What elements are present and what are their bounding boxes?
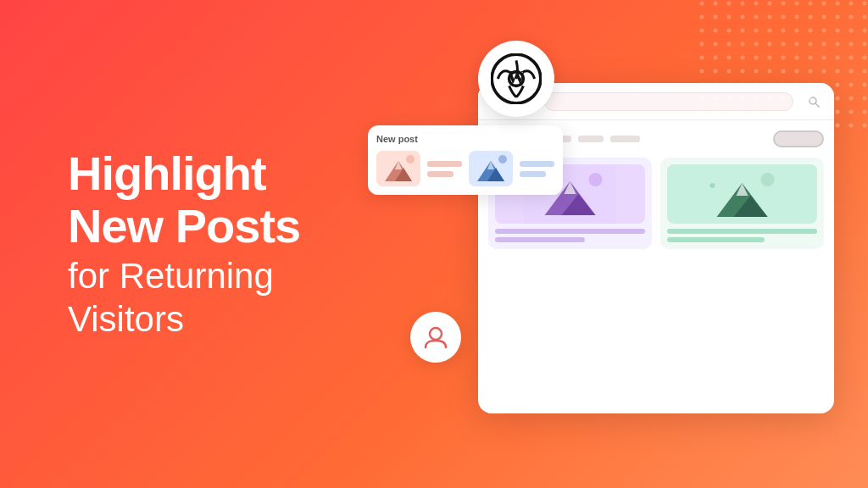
- mountain-illustration-green: [667, 164, 817, 224]
- new-post-item: [376, 151, 554, 186]
- svg-rect-29: [698, 0, 868, 136]
- svg-point-27: [430, 328, 442, 340]
- svg-point-26: [498, 155, 507, 164]
- post-text-line-1: [427, 161, 462, 167]
- nav-link-3: [610, 136, 640, 142]
- post-lines-purple: [495, 229, 645, 242]
- svg-point-21: [406, 155, 415, 164]
- svg-point-16: [710, 183, 715, 188]
- new-post-label: New post: [376, 134, 554, 144]
- post-text-line-blue-2: [520, 171, 546, 177]
- mountain-icon-pink: [376, 151, 420, 186]
- new-post-text-lines: [427, 161, 462, 177]
- browser-post-card-2: [660, 158, 824, 249]
- page-background: Highlight New Posts for Returning Visito…: [0, 0, 868, 488]
- new-post-text-lines-blue: [520, 161, 554, 177]
- user-avatar: [410, 312, 461, 363]
- svg-point-12: [761, 173, 775, 186]
- headline-sub: for Returning Visitors: [68, 255, 300, 341]
- post-line-green-2: [667, 237, 765, 242]
- wordpress-logo: W: [478, 41, 554, 117]
- user-icon: [422, 324, 449, 351]
- headline-highlight: Highlight New Posts: [68, 147, 300, 252]
- new-post-thumbnail-pink: [376, 151, 420, 186]
- hero-text-section: Highlight New Posts for Returning Visito…: [68, 147, 300, 341]
- post-line-1: [495, 229, 645, 234]
- dot-pattern: [698, 0, 868, 136]
- new-post-thumbnail-blue: [469, 151, 513, 186]
- new-post-card: New post: [368, 125, 563, 195]
- nav-link-2: [578, 136, 604, 142]
- post-lines-green: [667, 229, 817, 242]
- svg-point-6: [589, 173, 603, 186]
- svg-text:W: W: [507, 67, 526, 87]
- mountain-icon-blue: [469, 151, 513, 186]
- post-text-line-2: [427, 171, 453, 177]
- post-line-green-1: [667, 229, 817, 234]
- post-line-2: [495, 237, 585, 242]
- post-text-line-blue-1: [520, 161, 554, 167]
- post-thumbnail-green: [667, 164, 817, 224]
- wordpress-icon: W: [491, 53, 542, 104]
